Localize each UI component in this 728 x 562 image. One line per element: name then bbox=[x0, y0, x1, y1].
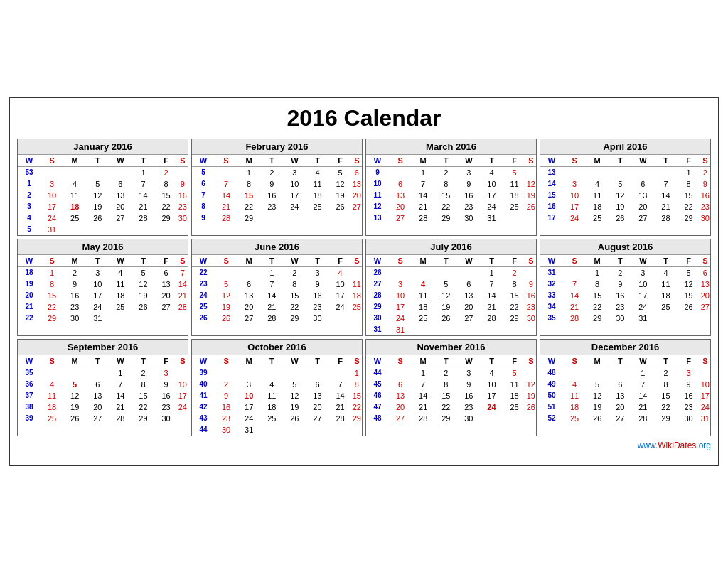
day-cell: 6 bbox=[700, 266, 710, 279]
day-cell: 22 bbox=[237, 201, 260, 212]
day-cell: 10 bbox=[283, 178, 306, 190]
week-num: 13 bbox=[540, 166, 563, 178]
month-april-2016: April 2016WSMTWTFS1312143456789151011121… bbox=[540, 139, 711, 236]
col-header-t: T bbox=[306, 355, 328, 367]
day-cell: 30 bbox=[457, 212, 480, 224]
day-cell: 9 bbox=[457, 178, 480, 190]
day-cell: 9 bbox=[63, 279, 86, 290]
day-cell: 15 bbox=[237, 190, 260, 201]
day-cell: 7 bbox=[109, 379, 132, 390]
col-header-t: T bbox=[86, 155, 109, 167]
day-cell: 24 bbox=[563, 212, 586, 224]
day-cell: 23 bbox=[260, 201, 283, 212]
col-header-f: F bbox=[155, 355, 178, 367]
day-cell: 12 bbox=[215, 290, 237, 301]
day-cell bbox=[109, 313, 132, 324]
day-cell bbox=[352, 424, 362, 436]
day-cell: 19 bbox=[86, 201, 109, 212]
table-row: 402345678 bbox=[192, 379, 362, 390]
col-header-s: S bbox=[352, 155, 362, 167]
col-header-t: T bbox=[609, 255, 631, 267]
day-cell: 15 bbox=[678, 190, 700, 201]
month-title: October 2016 bbox=[192, 340, 362, 355]
week-num: 27 bbox=[366, 279, 389, 290]
table-row: 1113141516171819 bbox=[366, 190, 536, 201]
col-header-w: W bbox=[540, 255, 563, 267]
day-cell: 26 bbox=[132, 301, 154, 313]
month-table: WSMTWTFS91234510678910111211131415161718… bbox=[366, 155, 536, 224]
week-num: 35 bbox=[540, 313, 563, 324]
day-cell: 16 bbox=[457, 190, 480, 201]
day-cell: 31 bbox=[237, 424, 260, 436]
day-cell: 25 bbox=[586, 212, 609, 224]
day-cell: 23 bbox=[155, 401, 178, 413]
day-cell bbox=[132, 224, 154, 235]
table-row: 1510111213141516 bbox=[540, 190, 710, 201]
day-cell: 4 bbox=[41, 379, 63, 390]
day-cell: 5 bbox=[86, 178, 109, 190]
week-num: 37 bbox=[18, 390, 41, 401]
day-cell: 11 bbox=[109, 279, 132, 290]
week-num: 44 bbox=[192, 424, 215, 436]
col-header-t: T bbox=[654, 255, 677, 267]
table-row: 273456789 bbox=[366, 279, 536, 290]
day-cell: 20 bbox=[237, 301, 260, 313]
week-num: 47 bbox=[366, 401, 389, 413]
day-cell: 30 bbox=[678, 413, 700, 424]
week-num: 28 bbox=[366, 290, 389, 301]
col-header-s: S bbox=[352, 255, 362, 267]
col-header-s: S bbox=[41, 355, 63, 367]
day-cell: 14 bbox=[329, 390, 352, 401]
day-cell: 30 bbox=[306, 313, 328, 324]
day-cell: 3 bbox=[283, 166, 306, 178]
day-cell: 14 bbox=[563, 290, 586, 301]
week-num: 8 bbox=[192, 201, 215, 212]
col-header-t: T bbox=[609, 155, 631, 167]
day-cell bbox=[503, 212, 526, 224]
col-header-w: W bbox=[283, 155, 306, 167]
day-cell: 27 bbox=[86, 413, 109, 424]
col-header-m: M bbox=[63, 255, 86, 267]
day-cell: 15 bbox=[654, 390, 677, 401]
week-num: 18 bbox=[18, 266, 41, 279]
day-cell: 30 bbox=[155, 413, 178, 424]
day-cell bbox=[283, 212, 306, 224]
day-cell: 25 bbox=[41, 413, 63, 424]
day-cell: 18 bbox=[654, 290, 677, 301]
week-num: 30 bbox=[366, 313, 389, 324]
table-row: 92829 bbox=[192, 212, 362, 224]
day-cell: 10 bbox=[480, 178, 503, 190]
week-num: 10 bbox=[366, 178, 389, 190]
day-cell: 8 bbox=[503, 279, 526, 290]
day-cell: 23 bbox=[700, 201, 710, 212]
day-cell: 20 bbox=[389, 201, 412, 212]
week-num: 3 bbox=[18, 201, 41, 212]
day-cell bbox=[480, 413, 503, 424]
week-num: 15 bbox=[540, 190, 563, 201]
day-cell: 9 bbox=[260, 178, 283, 190]
week-num: 25 bbox=[192, 301, 215, 313]
day-cell: 23 bbox=[215, 413, 237, 424]
week-num: 4 bbox=[18, 212, 41, 224]
day-cell: 5 bbox=[63, 379, 86, 390]
week-num: 44 bbox=[366, 367, 389, 379]
day-cell: 7 bbox=[631, 379, 654, 390]
day-cell: 2 bbox=[609, 266, 631, 279]
month-table: WSMTWTFS44123454567891011124613141516171… bbox=[366, 355, 536, 424]
col-header-t: T bbox=[609, 355, 631, 367]
month-table: WSMTWTFS53121345678921011121314151631718… bbox=[18, 155, 188, 235]
month-december-2016: December 2016WSMTWTFS4812349456789105011… bbox=[540, 339, 711, 436]
day-cell bbox=[329, 313, 352, 324]
day-cell: 24 bbox=[178, 401, 188, 413]
table-row: 48123 bbox=[540, 367, 710, 379]
day-cell: 22 bbox=[678, 201, 700, 212]
table-row: 2612 bbox=[366, 266, 536, 279]
day-cell: 20 bbox=[631, 201, 654, 212]
day-cell: 19 bbox=[132, 290, 154, 301]
day-cell: 25 bbox=[503, 201, 526, 212]
week-num: 40 bbox=[192, 379, 215, 390]
table-row: 1312 bbox=[540, 166, 710, 178]
day-cell: 16 bbox=[678, 390, 700, 401]
day-cell: 2 bbox=[654, 367, 677, 379]
day-cell: 17 bbox=[283, 190, 306, 201]
